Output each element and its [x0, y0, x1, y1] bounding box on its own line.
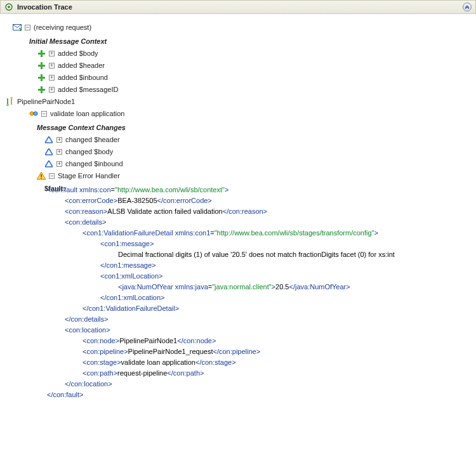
changed-item-label: changed $body — [65, 147, 113, 157]
delta-icon — [44, 135, 53, 144]
changed-item-row[interactable]: +changed $inbound — [5, 159, 471, 169]
panel-header: Invocation Trace — [0, 0, 476, 14]
fault-xml: <con:fault xmlns:con="http://www.bea.com… — [44, 185, 471, 400]
added-item-label: added $inbound — [58, 72, 108, 82]
panel-body: − (receiving request) Initial Message Co… — [0, 14, 476, 413]
added-item-row[interactable]: +added $body — [5, 48, 471, 58]
pipeline-icon — [5, 97, 14, 106]
pipeline-node-row[interactable]: PipelinePairNode1 — [5, 96, 471, 107]
added-item-row[interactable]: +added $messageID — [5, 84, 471, 95]
stage-icon — [29, 109, 38, 118]
expand-toggle[interactable]: + — [49, 87, 55, 93]
added-item-label: added $body — [58, 48, 98, 58]
expand-toggle[interactable]: + — [49, 63, 55, 69]
expand-toggle[interactable]: + — [49, 75, 55, 81]
changed-item-row[interactable]: +changed $body — [5, 147, 471, 157]
added-item-row[interactable]: +added $header — [5, 60, 471, 70]
collapse-toggle[interactable]: − — [41, 111, 47, 117]
changed-item-row[interactable]: +changed $header — [5, 134, 471, 145]
trace-icon — [4, 3, 13, 11]
error-handler-label: Stage Error Handler — [58, 171, 120, 181]
expand-toggle[interactable]: + — [56, 137, 62, 143]
collapse-toggle[interactable]: − — [49, 173, 55, 179]
warning-icon — [37, 171, 46, 180]
svg-rect-4 — [38, 53, 45, 55]
svg-rect-8 — [38, 77, 45, 79]
delta-icon — [44, 147, 53, 156]
fault-label: $fault: — [5, 185, 44, 192]
expand-toggle[interactable]: + — [56, 161, 62, 167]
svg-rect-14 — [41, 178, 42, 179]
plus-icon — [37, 85, 46, 94]
svg-point-1 — [8, 6, 10, 8]
svg-rect-13 — [41, 174, 42, 177]
initial-context-header: Initial Message Context — [5, 36, 471, 46]
svg-point-11 — [30, 112, 34, 115]
plus-icon — [37, 61, 46, 70]
added-item-row[interactable]: +added $inbound — [5, 72, 471, 82]
svg-point-12 — [34, 112, 37, 115]
added-item-label: added $header — [58, 60, 105, 70]
svg-rect-10 — [38, 89, 45, 91]
pipeline-node-label: PipelinePairNode1 — [17, 96, 75, 107]
expand-toggle[interactable]: + — [49, 51, 55, 56]
stage-label: validate loan application — [50, 108, 124, 119]
svg-rect-6 — [38, 65, 45, 67]
changed-item-label: changed $header — [65, 134, 120, 145]
collapse-panel-button[interactable] — [463, 3, 472, 11]
context-changes-header: Message Context Changes — [5, 122, 471, 133]
plus-icon — [37, 73, 46, 82]
error-handler-row[interactable]: − Stage Error Handler — [5, 171, 471, 181]
changed-item-label: changed $inbound — [65, 159, 123, 169]
panel-title: Invocation Trace — [17, 3, 459, 11]
collapse-toggle[interactable]: − — [25, 25, 30, 30]
plus-icon — [37, 49, 46, 58]
added-item-label: added $messageID — [58, 84, 118, 95]
envelope-icon — [13, 23, 22, 32]
receiving-request-label: (receiving request) — [34, 22, 91, 32]
receiving-request-row[interactable]: − (receiving request) — [5, 22, 471, 32]
stage-row[interactable]: − validate loan application — [5, 108, 471, 119]
delta-icon — [44, 159, 53, 168]
expand-toggle[interactable]: + — [56, 149, 62, 155]
